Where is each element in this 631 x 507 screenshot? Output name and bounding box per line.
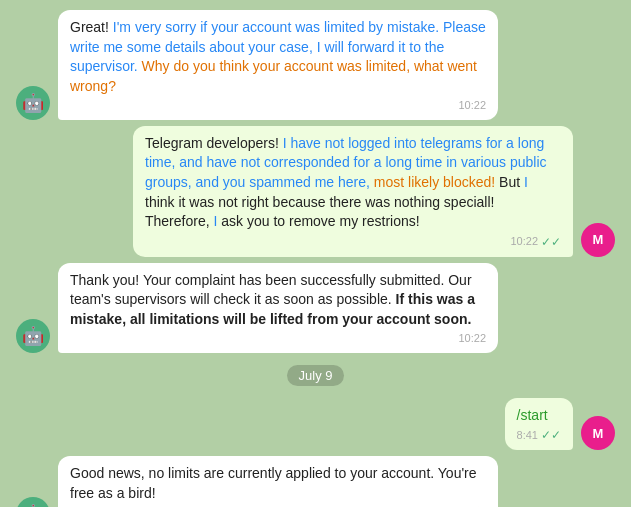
- message-row: M /start 8:41 ✓✓: [16, 398, 615, 450]
- message-text: Good news, no limits are currently appli…: [70, 464, 486, 503]
- message-row: 🤖 Thank you! Your complaint has been suc…: [16, 263, 615, 353]
- date-label: July 9: [287, 365, 345, 386]
- message-text: Telegram developers! I have not logged i…: [145, 134, 561, 232]
- date-separator: July 9: [16, 365, 615, 386]
- user-avatar: M: [581, 416, 615, 450]
- message-text: /start: [517, 406, 561, 426]
- bot-avatar: 🤖: [16, 497, 50, 507]
- bot-avatar: 🤖: [16, 86, 50, 120]
- message-ticks: ✓✓: [541, 234, 561, 251]
- message-ticks: ✓✓: [541, 427, 561, 444]
- user-bubble: Telegram developers! I have not logged i…: [133, 126, 573, 257]
- message-time: 8:41: [517, 428, 538, 443]
- message-time: 10:22: [458, 98, 486, 113]
- bot-avatar: 🤖: [16, 319, 50, 353]
- bot-bubble: Good news, no limits are currently appli…: [58, 456, 498, 507]
- bot-bubble: Great! I'm very sorry if your account wa…: [58, 10, 498, 120]
- message-text: Thank you! Your complaint has been succe…: [70, 271, 486, 330]
- message-time: 10:22: [510, 234, 538, 249]
- user-avatar: M: [581, 223, 615, 257]
- message-row: 🤖 Good news, no limits are currently app…: [16, 456, 615, 507]
- bot-icon: 🤖: [22, 92, 44, 114]
- bot-icon: 🤖: [22, 325, 44, 347]
- message-text: Great! I'm very sorry if your account wa…: [70, 18, 486, 96]
- message-meta: 8:41 ✓✓: [517, 427, 561, 444]
- message-row: M Telegram developers! I have not logged…: [16, 126, 615, 257]
- bot-bubble: Thank you! Your complaint has been succe…: [58, 263, 498, 353]
- message-meta: 10:22: [70, 98, 486, 113]
- message-meta: 10:22: [70, 331, 486, 346]
- message-time: 10:22: [458, 331, 486, 346]
- message-meta: 10:22 ✓✓: [145, 234, 561, 251]
- message-row: 🤖 Great! I'm very sorry if your account …: [16, 10, 615, 120]
- chat-container: 🤖 Great! I'm very sorry if your account …: [0, 0, 631, 507]
- bot-icon: 🤖: [22, 503, 44, 507]
- user-bubble: /start 8:41 ✓✓: [505, 398, 573, 450]
